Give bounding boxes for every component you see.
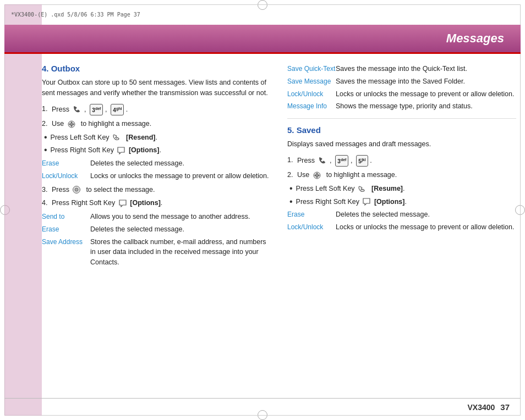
bullet-options1-text: Press Right Soft Key [Options]. xyxy=(51,145,161,156)
def-saveaddress: Save Address Stores the callback number,… xyxy=(42,237,271,268)
step1-num: 1. xyxy=(42,104,52,115)
def-sendto-term: Send to xyxy=(42,212,90,222)
def-lockunlock1-term: Lock/Unlock xyxy=(42,171,90,181)
section5-step2-content: Use to highlight a message. xyxy=(297,170,397,180)
step3-content: Press to select the message. xyxy=(52,185,155,195)
page-number: VX3400 37 xyxy=(467,402,510,412)
def-lockunlock3-desc: Locks or unlocks the message to prevent … xyxy=(336,222,516,233)
def-savequicktext-term: Save Quick-Text xyxy=(287,64,336,74)
page-footer: VX3400 37 xyxy=(4,398,521,416)
content-area: 4. Outbox Your Outbox can store up to 50… xyxy=(42,55,516,398)
right-softkey-icon2 xyxy=(118,200,127,207)
bullet-resend: • Press Left Soft Key [Resend]. xyxy=(42,132,271,143)
def-lockunlock1: Lock/Unlock Locks or unlocks the message… xyxy=(42,171,271,181)
def-savemessage: Save Message Saves the message into the … xyxy=(287,76,516,87)
step2-num: 2. xyxy=(42,119,52,129)
section5-step2: 2. Use to highlight a message. xyxy=(287,170,516,180)
def-sendto: Send to Allows you to send the message t… xyxy=(42,212,271,222)
def-lockunlock3-term: Lock/Unlock xyxy=(287,222,336,233)
section-divider xyxy=(287,118,516,119)
svg-point-13 xyxy=(316,174,318,176)
section5-step1: 1. Press , 3def , 5jkl . xyxy=(287,155,516,167)
def-erase2: Erase Deletes the selected message. xyxy=(42,224,271,235)
section5-step2-num: 2. xyxy=(287,170,297,180)
step2-content: Use to highlight a message. xyxy=(52,119,151,129)
left-column: 4. Outbox Your Outbox can store up to 50… xyxy=(42,55,271,398)
def-lockunlock2-desc: Locks or unlocks the message to prevent … xyxy=(336,89,516,100)
section5-step1-content: Press , 3def , 5jkl . xyxy=(297,155,372,167)
left-softkey-icon xyxy=(112,134,121,141)
phone-icon2 xyxy=(318,156,326,165)
nav-icon xyxy=(67,120,76,129)
left-softkey-icon2 xyxy=(358,185,367,193)
key-4: 4ghi xyxy=(111,104,124,115)
bullet-dot2: • xyxy=(44,146,47,154)
right-column: Save Quick-Text Saves the message into t… xyxy=(287,55,516,398)
def-erase3-term: Erase xyxy=(287,209,336,220)
header-meta-bar: *VX3400-(E) .qxd 5/8/06 6:33 PM Page 37 xyxy=(4,4,521,24)
bullet-dot3: • xyxy=(289,184,293,193)
step4-content: Press Right Soft Key [Options]. xyxy=(52,198,162,208)
key-5: 5jkl xyxy=(356,155,368,167)
bullet-resume: • Press Left Soft Key [Resume]. xyxy=(287,184,516,194)
def-savemessage-desc: Saves the message into the Saved Folder. xyxy=(336,76,516,87)
bullet-resume-text: Press Left Soft Key [Resume]. xyxy=(296,184,405,194)
step4: 4. Press Right Soft Key [Options]. xyxy=(42,198,271,208)
step3: 3. Press to select the message. xyxy=(42,185,271,195)
def-savemessage-term: Save Message xyxy=(287,76,336,87)
section4-intro: Your Outbox can store up to 50 sent mess… xyxy=(42,78,271,98)
def-savequicktext: Save Quick-Text Saves the message into t… xyxy=(287,64,516,74)
section5-intro: Displays saved messages and draft messag… xyxy=(287,139,516,150)
def-lockunlock3: Lock/Unlock Locks or unlocks the message… xyxy=(287,222,516,233)
bullet-dot4: • xyxy=(289,197,293,206)
def-lockunlock2-term: Lock/Unlock xyxy=(287,89,336,100)
def-erase1-term: Erase xyxy=(42,158,90,169)
select-button-icon xyxy=(72,185,81,194)
left-accent-bar xyxy=(4,4,42,416)
def-lockunlock1-desc: Locks or unlocks the message to prevent … xyxy=(90,171,271,181)
def-erase1: Erase Deletes the selected message. xyxy=(42,158,271,169)
nav-icon2 xyxy=(313,171,321,180)
key-3: 3def xyxy=(90,104,103,115)
step2: 2. Use to highlight a message. xyxy=(42,119,271,129)
page-header: Messages xyxy=(4,25,521,52)
phone-icon xyxy=(72,105,81,114)
step4-num: 4. xyxy=(42,198,52,208)
right-softkey-icon3 xyxy=(362,198,371,206)
def-saveaddress-desc: Stores the callback number, e-mail addre… xyxy=(90,237,271,268)
def-savequicktext-desc: Saves the message into the Quick-Text li… xyxy=(336,64,516,74)
step1: 1. Press , 3def , 4ghi . xyxy=(42,104,271,115)
header-meta-text: *VX3400-(E) .qxd 5/8/06 6:33 PM Page 37 xyxy=(4,12,140,18)
def-messageinfo-term: Message Info xyxy=(287,101,336,112)
step3-num: 3. xyxy=(42,185,52,195)
svg-point-7 xyxy=(75,188,78,191)
def-sendto-desc: Allows you to send the message to anothe… xyxy=(90,212,271,222)
def-erase3-desc: Deletes the selected message. xyxy=(336,209,516,220)
svg-point-5 xyxy=(70,123,73,125)
def-saveaddress-term: Save Address xyxy=(42,237,90,268)
header-accent-line xyxy=(4,52,521,54)
bullet-dot1: • xyxy=(44,133,47,142)
def-erase2-desc: Deletes the selected message. xyxy=(90,224,271,235)
right-softkey-icon1 xyxy=(117,147,125,154)
def-erase3: Erase Deletes the selected message. xyxy=(287,209,516,220)
bullet-resend-text: Press Left Soft Key [Resend]. xyxy=(51,132,157,143)
def-lockunlock2: Lock/Unlock Locks or unlocks the message… xyxy=(287,89,516,100)
def-messageinfo: Message Info Shows the message type, pri… xyxy=(287,101,516,112)
step1-content: Press , 3def , 4ghi . xyxy=(52,104,128,115)
page-title: Messages xyxy=(446,31,504,46)
section5-title: 5. Saved xyxy=(287,125,516,135)
section4-title: 4. Outbox xyxy=(42,64,271,73)
section5-step1-num: 1. xyxy=(287,155,297,167)
bullet-options2: • Press Right Soft Key [Options]. xyxy=(287,197,516,207)
bullet-options2-text: Press Right Soft Key [Options]. xyxy=(296,197,407,207)
key-3b: 3def xyxy=(335,155,348,167)
def-messageinfo-desc: Shows the message type, priority and sta… xyxy=(336,101,516,112)
bullet-options1: • Press Right Soft Key [Options]. xyxy=(42,145,271,156)
def-erase2-term: Erase xyxy=(42,224,90,235)
def-erase1-desc: Deletes the selected message. xyxy=(90,158,271,169)
